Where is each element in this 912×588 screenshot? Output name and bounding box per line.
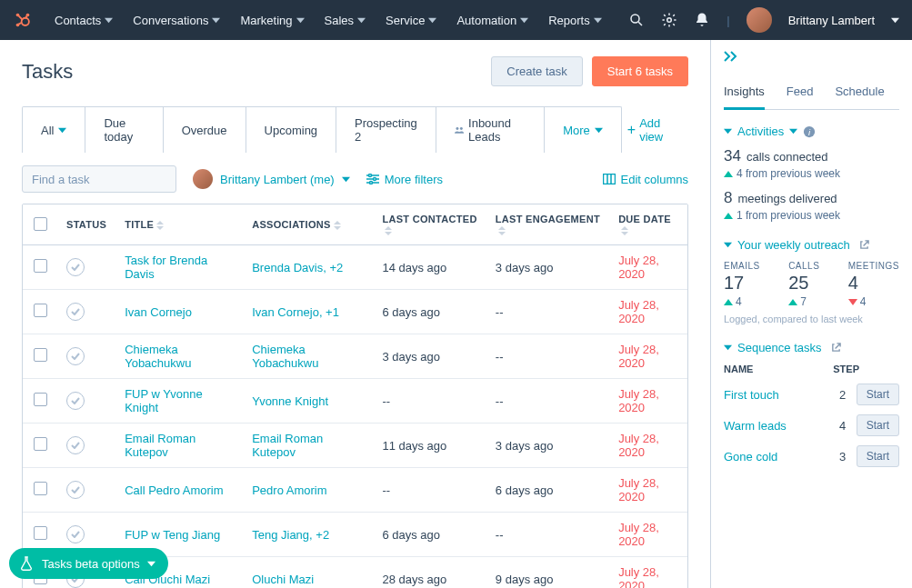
table-row: Ivan CornejoIvan Cornejo, +16 days ago--… <box>23 290 687 334</box>
col-last-engagement[interactable]: LAST ENGAGEMENT <box>486 204 609 245</box>
user-name[interactable]: Brittany Lambert <box>788 14 875 27</box>
association-link[interactable]: Brenda Davis, +2 <box>252 261 343 274</box>
status-toggle[interactable] <box>66 303 85 321</box>
sequence-row: Gone cold3Start <box>724 445 899 467</box>
nav-item-service[interactable]: Service <box>378 8 444 33</box>
svg-point-11 <box>460 127 463 130</box>
task-title-link[interactable]: Task for Brenda Davis <box>125 254 207 281</box>
association-link[interactable]: Email Roman Kutepov <box>252 432 323 459</box>
status-toggle[interactable] <box>66 436 85 454</box>
status-toggle[interactable] <box>66 347 85 365</box>
row-checkbox[interactable] <box>34 348 47 362</box>
logged-note: Logged, compared to last week <box>724 314 899 324</box>
rpanel-tab-feed[interactable]: Feed <box>787 79 814 109</box>
svg-point-7 <box>631 15 639 23</box>
rpanel-tab-schedule[interactable]: Schedule <box>835 79 884 109</box>
row-checkbox[interactable] <box>34 482 47 495</box>
status-toggle[interactable] <box>66 258 85 276</box>
emails-value: 17 <box>724 273 760 294</box>
search-input[interactable] <box>32 173 185 186</box>
nav-item-contacts[interactable]: Contacts <box>47 8 120 33</box>
sequence-start-button[interactable]: Start <box>857 384 899 405</box>
page-title: Tasks <box>22 60 73 84</box>
sequence-name-link[interactable]: First touch <box>724 388 829 402</box>
info-icon[interactable]: i <box>803 125 816 138</box>
create-task-button[interactable]: Create task <box>491 56 582 86</box>
calls-value: 25 <box>788 273 819 294</box>
start-tasks-button[interactable]: Start 6 tasks <box>592 56 688 86</box>
nav-item-sales[interactable]: Sales <box>317 8 374 33</box>
chevron-down-icon <box>724 127 732 135</box>
more-filters-button[interactable]: More filters <box>366 173 443 186</box>
nav-item-reports[interactable]: Reports <box>541 8 609 33</box>
tab-due-today[interactable]: Due today <box>85 107 163 153</box>
status-toggle[interactable] <box>66 525 85 543</box>
outreach-section-toggle[interactable]: Your weekly outreach <box>724 238 899 252</box>
task-title-link[interactable]: Call Pedro Amorim <box>125 483 223 497</box>
meetings-count: 8 <box>724 189 732 207</box>
association-link[interactable]: Ivan Cornejo, +1 <box>252 305 339 319</box>
sequence-name-link[interactable]: Warm leads <box>724 419 829 433</box>
search-icon[interactable] <box>628 12 645 28</box>
association-link[interactable]: Yvonne Knight <box>252 394 328 408</box>
col-last-contacted[interactable]: LAST CONTACTED <box>373 204 486 245</box>
nav-item-marketing[interactable]: Marketing <box>233 8 311 33</box>
task-title-link[interactable]: Chiemeka Yobachukwu <box>125 343 191 370</box>
tab-inbound-leads[interactable]: Inbound Leads <box>436 107 545 153</box>
tab-prospecting-2[interactable]: Prospecting 2 <box>336 107 436 153</box>
external-link-icon[interactable] <box>831 343 841 353</box>
edit-columns-button[interactable]: Edit columns <box>603 173 688 186</box>
col-due-date[interactable]: DUE DATE <box>609 204 687 245</box>
nav-item-automation[interactable]: Automation <box>449 8 536 33</box>
beta-options-button[interactable]: Tasks beta options <box>9 548 168 579</box>
sequence-section-toggle[interactable]: Sequence tasks <box>724 341 899 354</box>
external-link-icon[interactable] <box>859 240 869 250</box>
activities-section-toggle[interactable]: Activities i <box>724 125 899 138</box>
tab-more[interactable]: More <box>545 107 621 153</box>
tab-upcoming[interactable]: Upcoming <box>246 107 337 153</box>
row-checkbox[interactable] <box>34 526 47 540</box>
col-status[interactable]: STATUS <box>57 204 115 245</box>
status-toggle[interactable] <box>66 481 85 499</box>
row-checkbox[interactable] <box>34 393 47 406</box>
task-title-link[interactable]: FUP w Teng Jiang <box>125 528 220 542</box>
owner-filter[interactable]: Brittany Lambert (me) <box>193 169 350 189</box>
tab-overdue[interactable]: Overdue <box>164 107 246 153</box>
association-link[interactable]: Pedro Amorim <box>252 483 326 497</box>
task-title-link[interactable]: FUP w Yvonne Knight <box>125 387 203 414</box>
association-link[interactable]: Chiemeka Yobachukwu <box>252 343 318 370</box>
up-arrow-icon <box>724 213 733 219</box>
bell-icon[interactable] <box>694 12 710 28</box>
last-engagement: 3 days ago <box>486 424 609 468</box>
row-checkbox[interactable] <box>34 437 47 451</box>
col-title[interactable]: TITLE <box>115 204 243 245</box>
expand-panel-button[interactable] <box>724 51 899 65</box>
task-title-link[interactable]: Email Roman Kutepov <box>125 432 195 459</box>
search-input-wrapper <box>22 165 176 193</box>
last-engagement: 6 days ago <box>486 468 609 513</box>
svg-rect-20 <box>603 174 615 184</box>
row-checkbox[interactable] <box>34 304 47 317</box>
add-view-button[interactable]: +Add view <box>622 107 688 153</box>
chevron-down-icon <box>724 344 732 352</box>
col-associations[interactable]: ASSOCIATIONS <box>243 204 373 245</box>
rpanel-tab-insights[interactable]: Insights <box>724 79 765 110</box>
gear-icon[interactable] <box>661 12 677 28</box>
association-link[interactable]: Teng Jiang, +2 <box>252 528 329 542</box>
sequence-name-link[interactable]: Gone cold <box>724 450 829 463</box>
sequence-start-button[interactable]: Start <box>857 414 899 436</box>
status-toggle[interactable] <box>66 392 85 410</box>
sequence-row: Warm leads4Start <box>724 414 899 436</box>
task-title-link[interactable]: Ivan Cornejo <box>125 305 192 319</box>
row-checkbox[interactable] <box>34 259 47 273</box>
association-link[interactable]: Oluchi Mazi <box>252 573 314 586</box>
sequence-step: 4 <box>829 419 857 433</box>
user-avatar[interactable] <box>747 7 772 33</box>
svg-line-4 <box>18 15 23 20</box>
tab-all[interactable]: All <box>23 107 85 153</box>
nav-item-conversations[interactable]: Conversations <box>125 8 227 33</box>
select-all-checkbox[interactable] <box>34 217 47 231</box>
chevron-down-icon <box>342 175 350 184</box>
sequence-step: 2 <box>829 388 857 402</box>
sequence-start-button[interactable]: Start <box>857 445 899 467</box>
